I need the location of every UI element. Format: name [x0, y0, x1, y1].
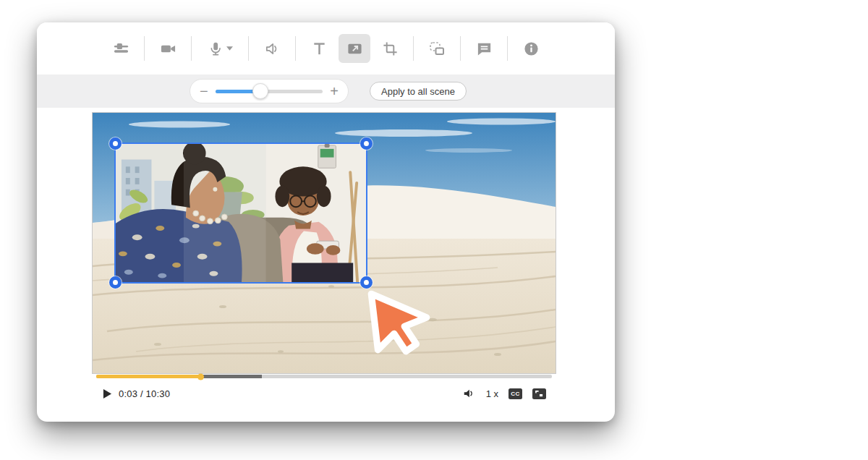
toolbar-separator [191, 36, 192, 61]
play-icon [103, 388, 112, 399]
closed-captions-button[interactable]: CC [509, 388, 522, 399]
player-controls: 0:03 / 10:30 1 x CC [93, 385, 556, 402]
video-canvas[interactable] [93, 113, 556, 373]
zoom-out-button[interactable]: − [200, 84, 208, 98]
webcam-overlay-clip[interactable] [114, 142, 367, 284]
scale-toolbar: − + Apply to all scene [37, 74, 615, 108]
player-bar: 0:03 / 10:30 1 x CC [93, 375, 556, 402]
resize-button[interactable] [421, 34, 453, 63]
zoom-in-button[interactable]: + [330, 84, 339, 98]
toolbar-separator [460, 36, 461, 61]
webcam-video-image [116, 144, 366, 282]
apply-all-scene-button[interactable]: Apply to all scene [370, 82, 467, 101]
resize-frame-icon [428, 40, 446, 57]
resize-handle-top-left[interactable] [109, 137, 122, 150]
toolbar-separator [248, 36, 249, 61]
crop-button[interactable] [374, 34, 406, 63]
progress-bar[interactable] [96, 375, 552, 378]
info-circle-icon [523, 41, 540, 57]
toolbar-separator [413, 36, 414, 61]
overlay-tool-button[interactable] [339, 34, 370, 63]
toolbar-separator [507, 36, 508, 61]
progress-handle[interactable] [197, 373, 204, 380]
webcam-button[interactable] [152, 34, 184, 63]
microphone-icon [208, 41, 224, 57]
adjustments-button[interactable] [105, 34, 137, 63]
volume-button[interactable] [462, 387, 476, 400]
fullscreen-icon [535, 390, 544, 398]
overlay-arrow-icon [346, 41, 363, 57]
mixer-sliders-icon [113, 41, 129, 57]
progress-played [96, 375, 201, 378]
scale-slider-track[interactable] [216, 90, 323, 93]
microphone-button[interactable] [199, 34, 241, 63]
cursor-arrow-graphic [362, 284, 435, 357]
toolbar-separator [295, 36, 296, 61]
toolbar-separator [144, 36, 145, 61]
main-toolbar [37, 22, 615, 74]
scale-slider-control: − + [190, 79, 349, 103]
chevron-down-icon [226, 46, 233, 51]
scale-slider-thumb[interactable] [252, 83, 268, 99]
speaker-button[interactable] [256, 34, 288, 63]
info-button[interactable] [515, 34, 547, 63]
speech-bubble-icon [476, 41, 493, 57]
volume-icon [462, 387, 476, 400]
text-tool-icon [311, 41, 328, 57]
captions-button[interactable] [468, 34, 500, 63]
progress-buffered [201, 375, 262, 378]
text-tool-button[interactable] [303, 34, 335, 63]
playback-speed-button[interactable]: 1 x [486, 388, 498, 399]
resize-handle-bottom-left[interactable] [109, 276, 122, 289]
speaker-icon [264, 41, 281, 57]
play-button[interactable] [103, 388, 112, 399]
time-display: 0:03 / 10:30 [119, 388, 170, 399]
fullscreen-button[interactable] [532, 388, 546, 399]
resize-handle-top-right[interactable] [360, 137, 373, 150]
player-right-controls: 1 x CC [462, 387, 546, 400]
crop-icon [382, 41, 399, 57]
editor-window: − + Apply to all scene [37, 22, 615, 422]
video-camera-icon [160, 41, 176, 57]
